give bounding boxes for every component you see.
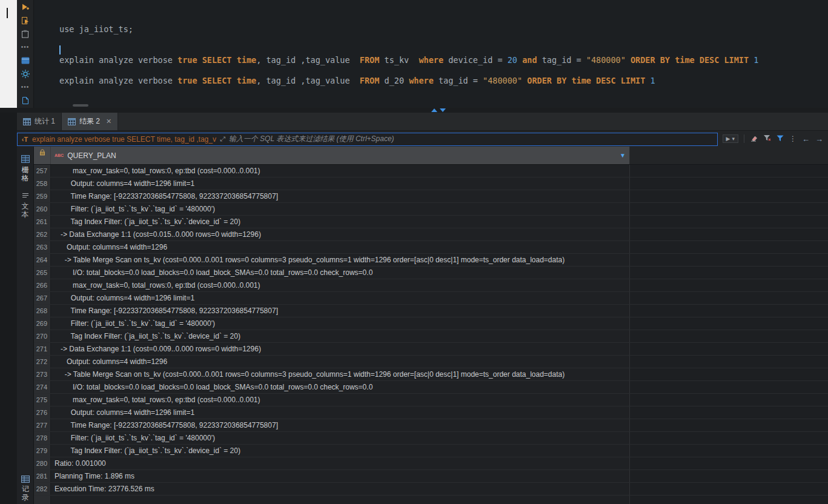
query-plan-cell[interactable]: Tag Index Filter: (`ja_iiot_ts`.`ts_kv`.… (51, 330, 630, 342)
export-icon[interactable] (19, 56, 31, 65)
row-number[interactable]: 269 (34, 317, 51, 330)
new-document-icon[interactable] (19, 96, 31, 105)
query-plan-cell[interactable]: Output: columns=4 width=1296 (51, 356, 630, 368)
expand-icon[interactable]: ⤢ (220, 135, 225, 143)
row-number[interactable]: 258 (34, 177, 51, 190)
query-plan-cell[interactable]: Filter: (`ja_iiot_ts`.`ts_kv`.`tag_id` =… (51, 432, 630, 444)
grid-corner-cell[interactable] (34, 147, 51, 164)
row-number[interactable]: 257 (34, 165, 51, 177)
editor-line[interactable] (59, 45, 828, 55)
column-header-query-plan[interactable]: ABC QUERY_PLAN ▼ (51, 147, 630, 164)
row-number[interactable]: 276 (34, 406, 51, 419)
remove-filter-icon[interactable] (763, 133, 771, 144)
row-number[interactable]: 277 (34, 419, 51, 431)
forward-icon[interactable]: → (815, 134, 823, 144)
row-number[interactable]: 267 (34, 292, 51, 304)
query-plan-cell[interactable]: -> Data Exchange 1:1 (cost=0.015..0.000 … (51, 228, 630, 240)
tab-result-2[interactable]: 结果 2 ✕ (62, 113, 118, 130)
row-number[interactable]: 261 (34, 216, 51, 228)
query-plan-cell[interactable]: Tag Index Filter: (`ja_iiot_ts`.`ts_kv`.… (51, 216, 630, 228)
query-plan-cell[interactable]: -> Table Merge Scan on ts_kv (cost=0.000… (51, 254, 630, 266)
editor-line[interactable] (59, 35, 828, 45)
row-number[interactable]: 262 (34, 228, 51, 240)
more-icon[interactable]: ••• (19, 82, 31, 92)
view-tab-record[interactable]: 记录 (17, 476, 34, 502)
view-tab-text[interactable]: 文本 (22, 192, 29, 219)
query-plan-cell[interactable]: Filter: (`ja_iiot_ts`.`ts_kv`.`tag_id` =… (51, 317, 630, 330)
row-number[interactable]: 280 (34, 457, 51, 469)
row-number[interactable]: 281 (34, 470, 51, 482)
row-number[interactable]: 279 (34, 445, 51, 457)
row-filler (630, 368, 828, 380)
editor-line[interactable]: explain analyze verbose true SELECT time… (59, 55, 828, 65)
query-plan-cell[interactable]: max_row_task=0, total_rows:0, ep:tbd (co… (51, 279, 630, 291)
table-row: 262 -> Data Exchange 1:1 (cost=0.015..0.… (34, 228, 828, 241)
row-number[interactable]: 266 (34, 279, 51, 291)
sash-collapse-control[interactable] (431, 108, 446, 112)
more-icon[interactable]: ••• (19, 42, 31, 52)
clipboard-icon[interactable] (19, 29, 31, 39)
row-number[interactable]: 263 (34, 241, 51, 253)
close-icon[interactable]: ✕ (106, 118, 111, 125)
collapse-down-icon[interactable] (440, 108, 446, 112)
row-number[interactable]: 278 (34, 432, 51, 444)
query-plan-cell[interactable]: I/O: total_blocks=0.0 load_blocks=0.0 lo… (51, 267, 630, 279)
row-number[interactable]: 274 (34, 381, 51, 393)
scrollbar-thumb[interactable] (73, 104, 88, 107)
row-number[interactable]: 259 (34, 190, 51, 202)
more-options-icon[interactable]: ⋮ (789, 135, 797, 142)
apply-filter-button[interactable]: ▶ ▾ (723, 134, 738, 143)
row-number[interactable]: 271 (34, 343, 51, 355)
custom-filter-icon[interactable] (777, 133, 784, 144)
query-plan-cell[interactable]: Output: columns=4 width=1296 limit=1 (51, 406, 630, 419)
filter-input[interactable]: ‹T explain analyze verbose true SELECT t… (17, 133, 718, 146)
row-number[interactable]: 268 (34, 305, 51, 317)
collapse-up-icon[interactable] (431, 108, 437, 112)
query-plan-cell[interactable]: Tag Index Filter: (`ja_iiot_ts`.`ts_kv`.… (51, 445, 630, 457)
query-plan-cell[interactable]: Execution Time: 23776.526 ms (51, 483, 630, 495)
tab-statistics-1[interactable]: 统计 1 (17, 113, 62, 130)
query-plan-cell[interactable]: Filter: (`ja_iiot_ts`.`ts_kv`.`tag_id` =… (51, 203, 630, 215)
row-number[interactable]: 270 (34, 330, 51, 342)
settings-icon[interactable] (19, 69, 31, 79)
back-icon[interactable]: ← (802, 134, 810, 144)
query-plan-cell[interactable]: Time Range: [-9223372036854775808, 92233… (51, 419, 630, 431)
query-plan-cell[interactable]: Ratio: 0.001000 (51, 457, 630, 469)
query-plan-cell[interactable]: max_row_task=0, total_rows:0, ep:tbd (co… (51, 394, 630, 406)
row-number[interactable]: 260 (34, 203, 51, 215)
editor-hscrollbar[interactable] (34, 103, 828, 107)
collapsed-sidebar-strip[interactable] (0, 0, 17, 108)
row-number[interactable]: 273 (34, 368, 51, 380)
table-row: 274 I/O: total_blocks=0.0 load_blocks=0.… (34, 381, 828, 394)
row-number[interactable]: 265 (34, 267, 51, 279)
editor-line[interactable] (59, 65, 828, 76)
view-tab-grid[interactable]: 栅格 (21, 155, 30, 182)
query-plan-cell[interactable]: Time Range: [-9223372036854775808, 92233… (51, 190, 630, 202)
filter-actions: ▶ ▾ ⋮ ← → (718, 133, 828, 144)
row-number[interactable]: 282 (34, 483, 51, 495)
query-plan-cell[interactable]: -> Data Exchange 1:1 (cost=0.009..0.000 … (51, 343, 630, 355)
execute-script-icon[interactable] (19, 16, 31, 25)
query-plan-cell[interactable]: max_row_task=0, total_rows:0, ep:tbd (co… (51, 165, 630, 177)
column-dropdown-icon[interactable]: ▼ (620, 152, 626, 159)
editor-line[interactable]: use ja_iiot_ts; (59, 24, 828, 35)
query-plan-cell[interactable]: Output: columns=4 width=1296 limit=1 (51, 177, 630, 190)
query-plan-cell[interactable]: Time Range: [-9223372036854775808, 92233… (51, 305, 630, 317)
query-plan-cell[interactable]: Output: columns=4 width=1296 limit=1 (51, 292, 630, 304)
execute-statement-icon[interactable] (19, 2, 31, 12)
row-number[interactable]: 264 (34, 254, 51, 266)
active-query-text[interactable]: explain analyze verbose true SELECT time… (32, 135, 216, 144)
editor-results-sash[interactable] (0, 108, 828, 113)
table-row: 269 Filter: (`ja_iiot_ts`.`ts_kv`.`tag_i… (34, 317, 828, 330)
row-number[interactable]: 272 (34, 356, 51, 368)
editor-line[interactable]: explain analyze verbose true SELECT time… (59, 76, 828, 86)
query-plan-cell[interactable]: Output: columns=4 width=1296 (51, 241, 630, 253)
row-number[interactable]: 275 (34, 394, 51, 406)
row-filler (630, 177, 828, 190)
erase-filter-icon[interactable] (750, 133, 758, 144)
query-plan-cell[interactable]: -> Table Merge Scan on ts_kv (cost=0.000… (51, 368, 630, 380)
query-plan-cell[interactable]: Planning Time: 1.896 ms (51, 470, 630, 482)
view-tab-label: 栅格 (22, 165, 29, 182)
sql-editor[interactable]: use ja_iiot_ts;explain analyze verbose t… (34, 0, 828, 108)
query-plan-cell[interactable]: I/O: total_blocks=0.0 load_blocks=0.0 lo… (51, 381, 630, 393)
